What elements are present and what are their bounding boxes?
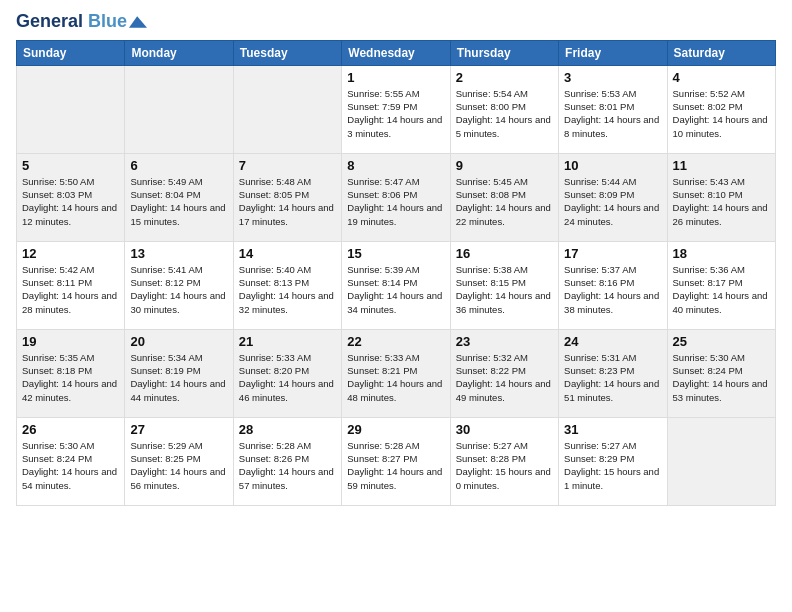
day-cell: 29Sunrise: 5:28 AMSunset: 8:27 PMDayligh… [342, 417, 450, 505]
day-number: 22 [347, 334, 444, 349]
day-info: Sunrise: 5:33 AMSunset: 8:21 PMDaylight:… [347, 351, 444, 404]
day-info: Sunrise: 5:28 AMSunset: 8:26 PMDaylight:… [239, 439, 336, 492]
header: General Blue [16, 12, 776, 32]
weekday-header: Sunday [17, 40, 125, 65]
day-info: Sunrise: 5:29 AMSunset: 8:25 PMDaylight:… [130, 439, 227, 492]
day-cell: 8Sunrise: 5:47 AMSunset: 8:06 PMDaylight… [342, 153, 450, 241]
day-info: Sunrise: 5:36 AMSunset: 8:17 PMDaylight:… [673, 263, 770, 316]
day-cell: 4Sunrise: 5:52 AMSunset: 8:02 PMDaylight… [667, 65, 775, 153]
day-info: Sunrise: 5:41 AMSunset: 8:12 PMDaylight:… [130, 263, 227, 316]
day-number: 17 [564, 246, 661, 261]
day-info: Sunrise: 5:44 AMSunset: 8:09 PMDaylight:… [564, 175, 661, 228]
day-number: 20 [130, 334, 227, 349]
day-number: 23 [456, 334, 553, 349]
day-cell: 11Sunrise: 5:43 AMSunset: 8:10 PMDayligh… [667, 153, 775, 241]
day-number: 27 [130, 422, 227, 437]
calendar-week-row: 12Sunrise: 5:42 AMSunset: 8:11 PMDayligh… [17, 241, 776, 329]
day-info: Sunrise: 5:53 AMSunset: 8:01 PMDaylight:… [564, 87, 661, 140]
day-info: Sunrise: 5:30 AMSunset: 8:24 PMDaylight:… [673, 351, 770, 404]
day-cell: 31Sunrise: 5:27 AMSunset: 8:29 PMDayligh… [559, 417, 667, 505]
day-cell: 2Sunrise: 5:54 AMSunset: 8:00 PMDaylight… [450, 65, 558, 153]
day-number: 8 [347, 158, 444, 173]
day-cell: 16Sunrise: 5:38 AMSunset: 8:15 PMDayligh… [450, 241, 558, 329]
day-number: 3 [564, 70, 661, 85]
weekday-header: Tuesday [233, 40, 341, 65]
day-number: 13 [130, 246, 227, 261]
weekday-header: Friday [559, 40, 667, 65]
day-number: 7 [239, 158, 336, 173]
day-info: Sunrise: 5:27 AMSunset: 8:29 PMDaylight:… [564, 439, 661, 492]
day-info: Sunrise: 5:27 AMSunset: 8:28 PMDaylight:… [456, 439, 553, 492]
day-info: Sunrise: 5:55 AMSunset: 7:59 PMDaylight:… [347, 87, 444, 140]
calendar-header-row: SundayMondayTuesdayWednesdayThursdayFrid… [17, 40, 776, 65]
empty-cell [17, 65, 125, 153]
day-cell: 10Sunrise: 5:44 AMSunset: 8:09 PMDayligh… [559, 153, 667, 241]
day-number: 21 [239, 334, 336, 349]
day-info: Sunrise: 5:54 AMSunset: 8:00 PMDaylight:… [456, 87, 553, 140]
day-info: Sunrise: 5:32 AMSunset: 8:22 PMDaylight:… [456, 351, 553, 404]
day-number: 24 [564, 334, 661, 349]
logo: General Blue [16, 12, 147, 32]
day-cell: 13Sunrise: 5:41 AMSunset: 8:12 PMDayligh… [125, 241, 233, 329]
weekday-header: Wednesday [342, 40, 450, 65]
day-number: 19 [22, 334, 119, 349]
day-cell: 14Sunrise: 5:40 AMSunset: 8:13 PMDayligh… [233, 241, 341, 329]
day-info: Sunrise: 5:34 AMSunset: 8:19 PMDaylight:… [130, 351, 227, 404]
weekday-header: Monday [125, 40, 233, 65]
svg-marker-0 [129, 16, 147, 27]
day-info: Sunrise: 5:37 AMSunset: 8:16 PMDaylight:… [564, 263, 661, 316]
day-cell: 30Sunrise: 5:27 AMSunset: 8:28 PMDayligh… [450, 417, 558, 505]
calendar-body: 1Sunrise: 5:55 AMSunset: 7:59 PMDaylight… [17, 65, 776, 505]
day-info: Sunrise: 5:43 AMSunset: 8:10 PMDaylight:… [673, 175, 770, 228]
day-cell: 24Sunrise: 5:31 AMSunset: 8:23 PMDayligh… [559, 329, 667, 417]
empty-cell [667, 417, 775, 505]
day-cell: 5Sunrise: 5:50 AMSunset: 8:03 PMDaylight… [17, 153, 125, 241]
day-cell: 26Sunrise: 5:30 AMSunset: 8:24 PMDayligh… [17, 417, 125, 505]
day-info: Sunrise: 5:52 AMSunset: 8:02 PMDaylight:… [673, 87, 770, 140]
empty-cell [233, 65, 341, 153]
day-number: 14 [239, 246, 336, 261]
day-cell: 15Sunrise: 5:39 AMSunset: 8:14 PMDayligh… [342, 241, 450, 329]
day-info: Sunrise: 5:33 AMSunset: 8:20 PMDaylight:… [239, 351, 336, 404]
calendar-week-row: 26Sunrise: 5:30 AMSunset: 8:24 PMDayligh… [17, 417, 776, 505]
day-cell: 3Sunrise: 5:53 AMSunset: 8:01 PMDaylight… [559, 65, 667, 153]
day-cell: 19Sunrise: 5:35 AMSunset: 8:18 PMDayligh… [17, 329, 125, 417]
day-cell: 20Sunrise: 5:34 AMSunset: 8:19 PMDayligh… [125, 329, 233, 417]
day-info: Sunrise: 5:39 AMSunset: 8:14 PMDaylight:… [347, 263, 444, 316]
day-cell: 23Sunrise: 5:32 AMSunset: 8:22 PMDayligh… [450, 329, 558, 417]
day-info: Sunrise: 5:45 AMSunset: 8:08 PMDaylight:… [456, 175, 553, 228]
day-number: 26 [22, 422, 119, 437]
day-number: 9 [456, 158, 553, 173]
weekday-header: Saturday [667, 40, 775, 65]
day-cell: 21Sunrise: 5:33 AMSunset: 8:20 PMDayligh… [233, 329, 341, 417]
day-info: Sunrise: 5:30 AMSunset: 8:24 PMDaylight:… [22, 439, 119, 492]
day-number: 15 [347, 246, 444, 261]
day-number: 30 [456, 422, 553, 437]
day-cell: 27Sunrise: 5:29 AMSunset: 8:25 PMDayligh… [125, 417, 233, 505]
day-number: 1 [347, 70, 444, 85]
calendar-table: SundayMondayTuesdayWednesdayThursdayFrid… [16, 40, 776, 506]
day-cell: 17Sunrise: 5:37 AMSunset: 8:16 PMDayligh… [559, 241, 667, 329]
day-info: Sunrise: 5:28 AMSunset: 8:27 PMDaylight:… [347, 439, 444, 492]
day-number: 31 [564, 422, 661, 437]
day-number: 16 [456, 246, 553, 261]
weekday-header: Thursday [450, 40, 558, 65]
day-info: Sunrise: 5:47 AMSunset: 8:06 PMDaylight:… [347, 175, 444, 228]
day-info: Sunrise: 5:40 AMSunset: 8:13 PMDaylight:… [239, 263, 336, 316]
day-number: 11 [673, 158, 770, 173]
day-number: 2 [456, 70, 553, 85]
day-number: 4 [673, 70, 770, 85]
day-cell: 25Sunrise: 5:30 AMSunset: 8:24 PMDayligh… [667, 329, 775, 417]
day-info: Sunrise: 5:31 AMSunset: 8:23 PMDaylight:… [564, 351, 661, 404]
day-info: Sunrise: 5:35 AMSunset: 8:18 PMDaylight:… [22, 351, 119, 404]
day-number: 6 [130, 158, 227, 173]
day-cell: 12Sunrise: 5:42 AMSunset: 8:11 PMDayligh… [17, 241, 125, 329]
day-cell: 22Sunrise: 5:33 AMSunset: 8:21 PMDayligh… [342, 329, 450, 417]
day-cell: 28Sunrise: 5:28 AMSunset: 8:26 PMDayligh… [233, 417, 341, 505]
day-info: Sunrise: 5:38 AMSunset: 8:15 PMDaylight:… [456, 263, 553, 316]
logo-icon [129, 16, 147, 28]
calendar-week-row: 5Sunrise: 5:50 AMSunset: 8:03 PMDaylight… [17, 153, 776, 241]
day-info: Sunrise: 5:49 AMSunset: 8:04 PMDaylight:… [130, 175, 227, 228]
day-number: 18 [673, 246, 770, 261]
day-info: Sunrise: 5:42 AMSunset: 8:11 PMDaylight:… [22, 263, 119, 316]
